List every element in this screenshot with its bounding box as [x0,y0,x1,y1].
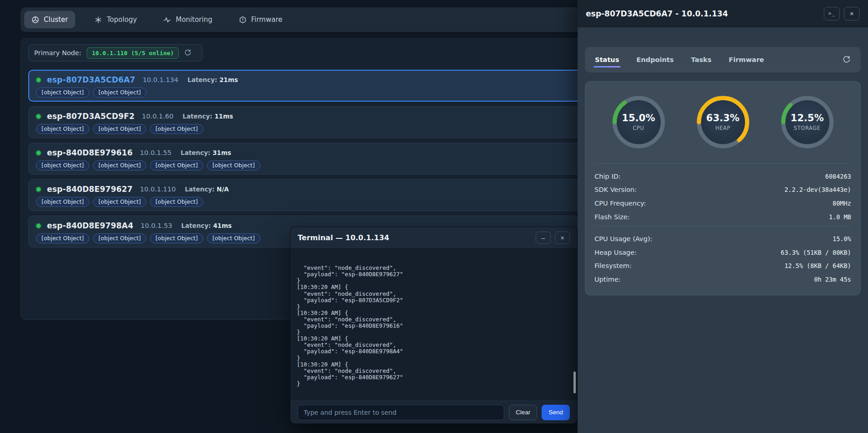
node-badge: [object Object] [150,197,203,207]
monitoring-icon [163,16,171,24]
cpu-gauge: 15.0%CPU [611,94,666,150]
usage-info-list: CPU Usage (Avg): 15.0% Heap Usage: 63.3%… [594,226,851,286]
stat-row: CPU Frequency: 80MHz [594,196,851,210]
node-badge: [object Object] [36,197,89,207]
terminal-minimize-button[interactable]: – [536,232,551,244]
node-name: esp-840D8E979616 [47,148,133,157]
refresh-cluster-button[interactable] [184,49,191,57]
panel-body: Status Endpoints Tasks Firmware 15.0%CPU [578,27,868,295]
clear-button[interactable]: Clear [509,405,537,420]
node-badge: [object Object] [150,233,203,243]
primary-node-label: Primary Node: [34,49,81,57]
stat-value: 15.0% [832,235,851,242]
stat-value: 0h 23m 45s [814,276,851,283]
node-latency: Latency: N/A [185,186,229,193]
primary-node-bar: Primary Node: 10.0.1.110 (5/5 online) [28,44,202,62]
send-button[interactable]: Send [542,405,570,420]
node-badge: [object Object] [93,124,146,134]
node-name: esp-807D3A5CD6A7 [47,75,135,84]
tab-firmware-panel[interactable]: Firmware [729,48,764,71]
terminal-output[interactable]: "event": "node_discovered", "payload": "… [290,249,577,401]
stat-row: Filesystem: 12.5% (8KB / 64KB) [594,259,851,273]
node-ip: 10.0.1.53 [140,222,172,229]
refresh-icon [184,49,191,57]
tab-label: Topology [107,15,137,24]
stat-value: 12.5% (8KB / 64KB) [785,262,851,269]
close-icon: × [850,10,854,17]
status-card: 15.0%CPU 63.3%HEAP 12. [585,81,861,295]
node-badge: [object Object] [36,124,89,134]
minimize-icon: – [542,235,545,241]
node-badge: [object Object] [150,124,203,134]
terminal-window: Terminal — 10.0.1.134 – × "event": "node… [290,227,578,424]
terminal-close-button[interactable]: × [555,232,570,244]
node-badge: [object Object] [93,233,146,243]
terminal-titlebar[interactable]: Terminal — 10.0.1.134 – × [290,227,577,249]
panel-header: esp-807D3A5CD6A7 - 10.0.1.134 >_ × [578,0,868,27]
tab-label: Cluster [44,15,68,24]
stat-label: CPU Usage (Avg): [594,235,652,242]
tab-label: Monitoring [176,15,212,24]
tab-status[interactable]: Status [595,48,619,71]
panel-close-button[interactable]: × [844,7,860,21]
terminal-command-input[interactable] [298,405,504,420]
stat-row: Uptime: 0h 23m 45s [594,273,851,286]
terminal-input-bar: Clear Send [290,401,577,423]
node-ip: 10.0.1.134 [143,76,178,83]
stat-label: Filesystem: [594,262,632,269]
terminal-log: "event": "node_discovered", "payload": "… [297,265,571,387]
terminal-title: Terminal — 10.0.1.134 [298,233,532,242]
tab-topology[interactable]: Topology [87,11,144,28]
online-status-dot [36,186,41,192]
refresh-icon [842,55,851,65]
stat-value: 2.2.2-dev(38a443e) [785,186,851,193]
gauge-label: HEAP [715,125,730,131]
panel-refresh-button[interactable] [842,55,851,65]
terminal-scrollbar[interactable] [574,371,576,393]
stat-label: Chip ID: [594,173,620,180]
stat-value: 80MHz [832,200,851,207]
panel-title: esp-807D3A5CD6A7 - 10.0.1.134 [586,9,820,18]
online-status-dot [36,150,41,156]
node-name: esp-807D3A5CD9F2 [47,112,134,121]
node-latency: Latency: 11ms [183,113,233,120]
panel-tabbar: Status Endpoints Tasks Firmware [585,47,861,72]
storage-gauge: 12.5%STORAGE [780,94,835,150]
stat-row: Flash Size: 1.0 MB [594,210,851,224]
topology-icon [94,16,102,24]
device-info-list: Chip ID: 6084263 SDK Version: 2.2.2-dev(… [594,164,851,223]
stat-value: 6084263 [825,173,851,180]
stat-value: 1.0 MB [829,213,851,221]
stat-label: SDK Version: [594,186,637,193]
tab-endpoints[interactable]: Endpoints [636,48,674,71]
stat-row: CPU Usage (Avg): 15.0% [594,232,851,246]
node-badge: [object Object] [36,88,89,98]
node-ip: 10.0.1.60 [142,113,173,120]
tab-monitoring[interactable]: Monitoring [156,11,219,28]
stat-label: Heap Usage: [594,249,637,256]
online-status-dot [36,77,41,83]
stat-value: 63.3% (51KB / 80KB) [781,249,851,256]
close-icon: × [560,235,564,241]
node-badge: [object Object] [150,160,203,170]
gauges-row: 15.0%CPU 63.3%HEAP 12. [594,82,851,150]
tab-firmware[interactable]: Firmware [232,11,290,28]
node-detail-panel: esp-807D3A5CD6A7 - 10.0.1.134 >_ × Statu… [578,0,868,433]
node-badge: [object Object] [36,233,89,243]
stat-row: Chip ID: 6084263 [594,170,851,183]
gauge-label: CPU [633,125,644,131]
node-latency: Latency: 41ms [181,222,232,229]
gauge-label: STORAGE [794,125,821,131]
node-latency: Latency: 21ms [187,76,238,83]
gauge-value: 63.3% [706,113,739,124]
node-latency: Latency: 31ms [181,149,231,156]
open-terminal-button[interactable]: >_ [824,7,840,21]
node-ip: 10.0.1.55 [140,149,171,156]
online-status-dot [36,113,41,119]
tab-tasks[interactable]: Tasks [691,48,712,71]
tab-cluster[interactable]: Cluster [24,11,75,28]
node-ip: 10.0.1.110 [140,186,176,193]
node-badge: [object Object] [93,160,146,170]
stat-row: SDK Version: 2.2.2-dev(38a443e) [594,183,851,197]
gauge-value: 12.5% [790,113,824,124]
